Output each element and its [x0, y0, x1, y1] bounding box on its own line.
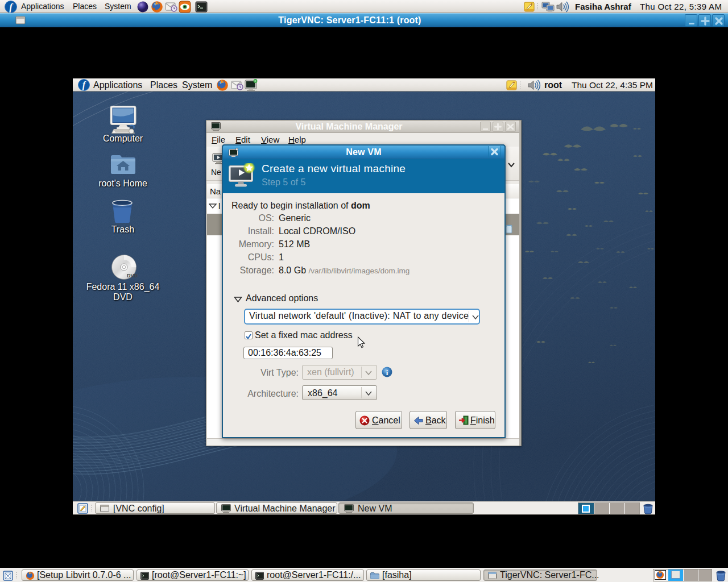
svg-text:DVD: DVD: [127, 273, 138, 278]
svg-text:i: i: [386, 368, 388, 377]
